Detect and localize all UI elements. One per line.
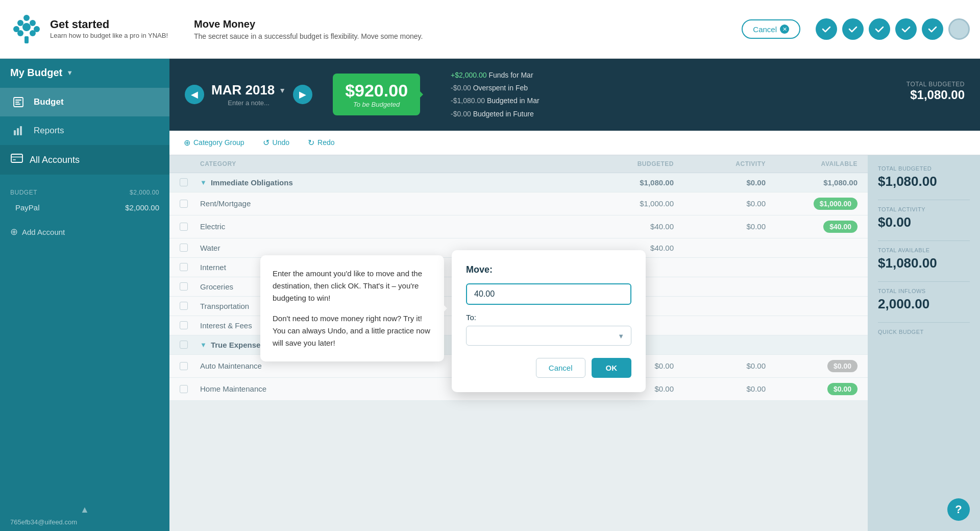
scroll-up-icon[interactable]: ▲ xyxy=(10,501,159,518)
move-modal-title: Move: xyxy=(466,264,631,275)
redo-button[interactable]: ↻ Redo xyxy=(304,136,338,150)
total-inflows-stat-label: TOTAL INFLOWS xyxy=(878,288,970,294)
step-1[interactable] xyxy=(816,18,837,40)
breakdown-row-4: -$0.00 Budgeted in Future xyxy=(451,108,540,120)
prev-month-button[interactable]: ◀ xyxy=(185,85,204,104)
redo-icon: ↻ xyxy=(308,138,314,148)
total-budgeted-stat: TOTAL BUDGETED $1,080.00 xyxy=(906,81,965,102)
cancel-label: Cancel xyxy=(753,25,777,34)
app-subtitle: Learn how to budget like a pro in YNAB! xyxy=(50,31,168,40)
month-navigation: ◀ MAR 2018 ▼ Enter a note... ▶ xyxy=(185,82,312,107)
row-checkbox[interactable] xyxy=(180,244,188,252)
row-activity: $0.00 xyxy=(674,222,766,231)
hint-text-2: Don't need to move money right now? Try … xyxy=(273,312,432,349)
total-activity-stat-label: TOTAL ACTIVITY xyxy=(878,206,970,212)
month-note[interactable]: Enter a note... xyxy=(211,99,286,107)
svg-rect-12 xyxy=(15,104,20,105)
breakdown-budgeted-future: -$0.00 xyxy=(451,110,471,118)
banner-cancel-button[interactable]: Cancel ✕ xyxy=(742,19,800,39)
all-accounts-label: All Accounts xyxy=(30,155,80,165)
add-icon: ⊕ xyxy=(10,226,18,237)
step-3[interactable] xyxy=(869,18,890,40)
row-checkbox[interactable] xyxy=(180,263,188,271)
svg-rect-18 xyxy=(13,159,16,160)
sidebar-item-budget[interactable]: Budget xyxy=(0,88,169,116)
breakdown-budgeted-mar: -$1,080.00 xyxy=(451,96,485,105)
my-budget-header[interactable]: My Budget ▼ xyxy=(0,59,169,83)
row-checkbox[interactable] xyxy=(180,200,188,208)
group-arrow-icon: ▼ xyxy=(200,179,207,186)
modal-buttons: Cancel OK xyxy=(466,358,631,378)
category-name: Rent/Mortgage xyxy=(200,199,582,208)
row-checkbox[interactable] xyxy=(180,223,188,231)
row-checkbox[interactable] xyxy=(180,385,188,393)
total-budgeted-label: TOTAL BUDGETED xyxy=(906,81,965,88)
row-activity: $0.00 xyxy=(674,361,766,370)
svg-rect-10 xyxy=(15,100,21,101)
banner-title: Move Money xyxy=(194,18,726,30)
month-text: MAR 2018 xyxy=(211,82,275,98)
svg-point-4 xyxy=(22,23,31,31)
accounts-icon xyxy=(10,152,23,167)
stat-divider xyxy=(878,281,970,282)
group-name: ▼ Immediate Obligations xyxy=(200,178,582,187)
account-name: PayPal xyxy=(15,203,40,212)
hint-text-1: Enter the amount you'd like to move and … xyxy=(273,268,432,304)
group-checkbox[interactable] xyxy=(180,178,188,186)
step-4[interactable] xyxy=(895,18,917,40)
group-name-text: True Expenses xyxy=(211,341,265,349)
stat-divider xyxy=(878,200,970,200)
move-amount-input[interactable] xyxy=(466,283,631,305)
row-activity: $0.00 xyxy=(674,384,766,393)
row-activity: $0.00 xyxy=(674,199,766,208)
toolbar: ⊕ Category Group ↺ Undo ↻ Redo xyxy=(169,131,980,155)
to-destination-select[interactable] xyxy=(466,326,631,346)
step-6[interactable] xyxy=(948,18,970,40)
row-checkbox[interactable] xyxy=(180,302,188,310)
row-checkbox[interactable] xyxy=(180,282,188,291)
budget-total: $2,000.00 xyxy=(130,189,159,196)
table-row: Rent/Mortgage $1,000.00 $0.00 $1,000.00 xyxy=(169,192,868,215)
svg-rect-17 xyxy=(11,156,22,158)
step-2[interactable] xyxy=(842,18,864,40)
total-inflows-section: TOTAL INFLOWS 2,000.00 xyxy=(878,288,970,312)
logo-icon xyxy=(10,13,43,45)
undo-button[interactable]: ↺ Undo xyxy=(259,136,293,150)
sidebar-item-all-accounts[interactable]: All Accounts xyxy=(0,145,169,175)
breakdown-budgeted-future-label: Budgeted in Future xyxy=(473,110,534,118)
budget-icon xyxy=(10,94,27,110)
next-month-button[interactable]: ▶ xyxy=(293,85,312,104)
move-modal: Move: To: Cancel OK xyxy=(452,250,646,392)
plus-circle-icon: ⊕ xyxy=(184,138,190,148)
group-budgeted: $1,080.00 xyxy=(582,178,674,187)
total-budgeted-section: TOTAL BUDGETED $1,080.00 xyxy=(878,165,970,189)
help-button[interactable]: ? xyxy=(947,498,970,521)
budget-header-bar: ◀ MAR 2018 ▼ Enter a note... ▶ $920.00 T… xyxy=(169,59,980,131)
modal-ok-button[interactable]: OK xyxy=(592,358,632,378)
row-available: $0.00 xyxy=(766,360,857,372)
logo-text: Get started Learn how to budget like a p… xyxy=(50,18,168,40)
redo-label: Redo xyxy=(317,138,334,147)
chevron-down-icon: ▼ xyxy=(66,69,73,77)
group-checkbox[interactable] xyxy=(180,341,188,349)
reports-label: Reports xyxy=(34,126,64,136)
row-checkbox[interactable] xyxy=(180,321,188,329)
group-available: $1,080.00 xyxy=(766,178,857,187)
step-5[interactable] xyxy=(922,18,943,40)
add-category-group-button[interactable]: ⊕ Category Group xyxy=(180,136,249,150)
month-year-display[interactable]: MAR 2018 ▼ xyxy=(211,82,286,98)
month-chevron-icon: ▼ xyxy=(279,86,286,94)
budget-section-label: BUDGET xyxy=(10,189,37,196)
modal-cancel-button[interactable]: Cancel xyxy=(536,358,585,378)
row-budgeted: $40.00 xyxy=(582,222,674,231)
add-account-button[interactable]: ⊕ Add Account xyxy=(0,220,169,244)
total-budgeted-stat-label: TOTAL BUDGETED xyxy=(878,165,970,172)
account-paypal[interactable]: PayPal $2,000.00 xyxy=(0,200,169,215)
sidebar-nav: Budget Reports xyxy=(0,83,169,180)
svg-rect-8 xyxy=(24,36,29,43)
svg-point-1 xyxy=(17,20,23,26)
row-available: $40.00 xyxy=(766,221,857,233)
sidebar-item-reports[interactable]: Reports xyxy=(0,116,169,145)
group-activity: $0.00 xyxy=(674,178,766,187)
row-checkbox[interactable] xyxy=(180,362,188,370)
